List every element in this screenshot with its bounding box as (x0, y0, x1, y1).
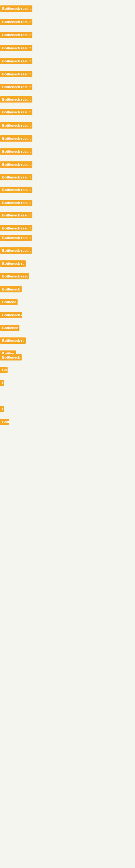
bottleneck-label: Bottleneck result (0, 199, 32, 206)
bottleneck-item: Bottleneck result (0, 45, 32, 52)
bottleneck-item: Bottleneck result (0, 174, 32, 182)
bottleneck-item: Bottleneck re (0, 337, 26, 345)
bottleneck-item: Bottleneck result (0, 96, 32, 104)
bottleneck-label: Bottleneck re (0, 260, 26, 267)
bottleneck-item: Bottleneck result (0, 19, 32, 26)
bottleneck-label: Bottleneck result (0, 45, 32, 51)
bottleneck-label: Bottleneck (0, 354, 21, 361)
bottleneck-item: Bottleneck result (0, 109, 32, 116)
bottleneck-item: B (0, 380, 4, 387)
bottleneck-label: Bottleneck result (0, 19, 32, 25)
bottleneck-item: Bottlene (0, 299, 17, 306)
bottleneck-item: Bottleneck result (0, 235, 32, 242)
bottleneck-label: Bottleneck result (0, 122, 32, 129)
bottleneck-label: Bott (0, 419, 9, 425)
bottleneck-item: Bottleneck result (0, 273, 29, 280)
bottleneck-label: Bottlene (0, 299, 17, 305)
bottleneck-label: Bottleneck result (0, 187, 32, 193)
bottleneck-label: B (0, 380, 4, 386)
bottleneck-label: Bottleneck result (0, 5, 32, 12)
bottleneck-item: Bottleneck result (0, 58, 32, 65)
bottleneck-item: Bottleneck result (0, 161, 32, 169)
bottleneck-label: Bottleneck result (0, 96, 32, 102)
bottleneck-label: Bottleneck result (0, 273, 29, 279)
bottleneck-item: Bottleneck result (0, 247, 32, 255)
bottleneck-label: Bottleneck result (0, 212, 32, 218)
bottleneck-item: Bottleneck e (0, 312, 22, 319)
bottleneck-label: Bottleneck result (0, 71, 32, 77)
bottleneck-item: Bottleneck re (0, 260, 26, 268)
bottleneck-label: Bottleneck result (0, 109, 32, 115)
bottleneck-label: Bottleneck result (0, 84, 32, 90)
bottleneck-item: Bottleneck result (0, 148, 32, 156)
bottleneck-item: Bottleneck result (0, 212, 32, 219)
bottleneck-label: Bottleneck result (0, 148, 32, 155)
bottleneck-item: I (0, 406, 4, 413)
bottleneck-item: Bottleneck result (0, 122, 32, 130)
bottleneck-item: Bottleneck result (0, 135, 32, 143)
bottleneck-item: Bottleneck result (0, 5, 32, 13)
bottleneck-item: Bottleneck (0, 354, 21, 362)
bottleneck-item: Bottleneck result (0, 225, 32, 232)
bottleneck-label: Bottleneck re (0, 337, 26, 344)
bottleneck-label: I (0, 406, 4, 412)
bottleneck-item: Bottleneck result (0, 199, 32, 207)
bottleneck-label: Bottleneck result (0, 58, 32, 64)
bottleneck-label: Bottlenec (0, 325, 19, 331)
bottleneck-label: Bottleneck result (0, 135, 32, 142)
bottleneck-label: Bottleneck result (0, 161, 32, 167)
bottleneck-item: Bottleneck result (0, 84, 32, 91)
bottleneck-label: Bottleneck result (0, 225, 32, 231)
bottleneck-item: Bottleneck (0, 286, 21, 293)
bottleneck-label: Bottleneck result (0, 174, 32, 180)
bottleneck-label: Bottleneck result (0, 32, 32, 38)
bottleneck-item: Bottleneck result (0, 32, 32, 39)
site-title (0, 0, 135, 3)
bottleneck-item: Bott (0, 419, 9, 426)
bottleneck-label: Bottleneck e (0, 312, 22, 318)
bottleneck-item: Bo (0, 367, 8, 374)
bottleneck-item: Bottleneck result (0, 187, 32, 194)
bottleneck-label: Bo (0, 367, 8, 373)
bottleneck-label: Bottleneck result (0, 235, 32, 241)
bottleneck-label: Bottleneck (0, 286, 21, 292)
bottleneck-label: Bottleneck result (0, 247, 32, 254)
bottleneck-item: Bottleneck result (0, 71, 32, 79)
bottleneck-item: Bottlenec (0, 325, 19, 332)
